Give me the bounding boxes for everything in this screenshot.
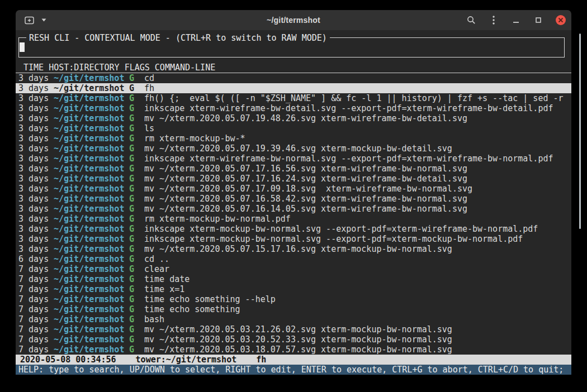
titlebar-right (466, 13, 571, 27)
row-time: 7 days (18, 334, 54, 345)
history-row[interactable]: 7 days~/git/termshotGtime echo something (16, 304, 571, 314)
history-row[interactable]: 3 days~/git/termshotGls (16, 123, 571, 133)
row-directory: ~/git/termshot (54, 224, 129, 234)
history-row[interactable]: 3 days~/git/termshotGfh() {; eval $( ([ … (16, 93, 571, 103)
row-time: 3 days (18, 244, 54, 254)
row-time: 3 days (18, 154, 54, 164)
close-icon (556, 15, 566, 25)
minimize-button[interactable] (510, 13, 522, 27)
row-time: 3 days (18, 224, 54, 234)
history-row[interactable]: 6 days~/git/termshotGcd .. (16, 254, 571, 264)
row-time: 3 days (18, 144, 54, 154)
row-flags: G (129, 304, 144, 314)
row-time: 3 days (18, 83, 54, 93)
history-list: 3 days~/git/termshotGcd3 days~/git/terms… (16, 73, 571, 355)
row-command: rm xterm-mockup-bw-normal.pdf (144, 214, 569, 224)
history-row[interactable]: 3 days~/git/termshotGmv ~/xterm.2020.05.… (16, 184, 571, 194)
help-bar: HELP: type to search, UP/DOWN to select,… (16, 365, 571, 375)
row-command: mv ~/xterm.2020.05.07.19.39.46.svg xterm… (144, 144, 569, 154)
row-flags: G (129, 194, 144, 204)
history-row[interactable]: 3 days~/git/termshotGinkscape xterm-mock… (16, 234, 571, 244)
row-command: fh() {; eval $( ([ -n "$ZSH_NAME" ] && f… (144, 93, 569, 103)
terminal-window: ~/git/termshot (16, 10, 571, 375)
row-flags: G (129, 244, 144, 254)
history-row[interactable]: 3 days~/git/termshotGrm xterm-mockup-bw-… (16, 214, 571, 224)
history-row[interactable]: 3 days~/git/termshotGcd (16, 73, 571, 83)
row-directory: ~/git/termshot (54, 144, 129, 154)
row-directory: ~/git/termshot (54, 304, 129, 314)
tab-dropdown-button[interactable] (40, 13, 47, 27)
history-row[interactable]: 3 days~/git/termshotGfh (16, 83, 571, 93)
row-command: rm xterm-mockup-bw-* (144, 133, 569, 144)
row-flags: G (129, 83, 144, 93)
history-row[interactable]: 7 days~/git/termshotGmv ~/xterm.2020.05.… (16, 345, 571, 355)
history-row[interactable]: 7 days~/git/termshotGtime x=1 (16, 284, 571, 294)
row-time: 3 days (18, 93, 54, 103)
history-row[interactable]: 7 days~/git/termshotGtime echo something… (16, 294, 571, 304)
row-time: 3 days (18, 103, 54, 113)
search-input[interactable]: RESH CLI - CONTEXTUAL MODE - (CTRL+R to … (18, 37, 565, 58)
chevron-down-icon (41, 18, 46, 22)
row-time: 3 days (18, 184, 54, 194)
row-flags: G (129, 214, 144, 224)
row-directory: ~/git/termshot (54, 103, 129, 113)
history-row[interactable]: 3 days~/git/termshotGmv ~/xterm.2020.05.… (16, 164, 571, 174)
row-command: mv ~/xterm.2020.05.07.16.14.05.svg xterm… (144, 204, 569, 214)
new-tab-icon (25, 16, 34, 25)
row-directory: ~/git/termshot (54, 83, 129, 93)
row-command: mv ~/xterm.2020.05.07.16.58.42.svg xterm… (144, 194, 569, 204)
row-flags: G (129, 184, 144, 194)
search-icon (467, 16, 476, 25)
close-button[interactable] (555, 13, 566, 27)
history-row[interactable]: 7 days~/git/termshotGmv ~/xterm.2020.05.… (16, 334, 571, 345)
history-row[interactable]: 3 days~/git/termshotGrm xterm-mockup-bw-… (16, 133, 571, 144)
history-row[interactable]: 3 days~/git/termshotGmv ~/xterm.2020.05.… (16, 144, 571, 154)
row-directory: ~/git/termshot (54, 164, 129, 174)
row-command: mv ~/xterm.2020.05.03.21.26.02.svg xterm… (144, 324, 569, 334)
row-time: 3 days (18, 123, 54, 133)
row-command: time x=1 (144, 284, 569, 294)
history-row[interactable]: 3 days~/git/termshotGmv ~/xterm.2020.05.… (16, 194, 571, 204)
history-row[interactable]: 3 days~/git/termshotGinkscape xterm-wire… (16, 103, 571, 113)
row-command: mv ~/xterm.2020.05.07.15.17.16.svg xterm… (144, 244, 569, 254)
kebab-menu-icon (493, 16, 495, 25)
row-command: time echo something (144, 304, 569, 314)
row-directory: ~/git/termshot (54, 254, 129, 264)
titlebar[interactable]: ~/git/termshot (16, 10, 571, 30)
history-row[interactable]: 3 days~/git/termshotGmv ~/xterm.2020.05.… (16, 113, 571, 123)
row-directory: ~/git/termshot (54, 294, 129, 304)
terminal-screen[interactable]: RESH CLI - CONTEXTUAL MODE - (CTRL+R to … (16, 30, 571, 375)
row-time: 3 days (18, 194, 54, 204)
maximize-button[interactable] (533, 13, 544, 27)
row-directory: ~/git/termshot (54, 123, 129, 133)
row-time: 3 days (18, 164, 54, 174)
history-header: TIME HOST:DIRECTORY FLAGS COMMAND-LINE (16, 63, 571, 73)
row-time: 6 days (18, 254, 54, 264)
history-row[interactable]: 7 days~/git/termshotGtime date (16, 274, 571, 284)
row-directory: ~/git/termshot (54, 154, 129, 164)
row-flags: G (129, 324, 144, 334)
row-flags: G (129, 334, 144, 345)
row-flags: G (129, 274, 144, 284)
row-flags: G (129, 204, 144, 214)
row-directory: ~/git/termshot (54, 113, 129, 123)
history-row[interactable]: 3 days~/git/termshotGmv ~/xterm.2020.05.… (16, 244, 571, 254)
history-row[interactable]: 3 days~/git/termshotGmv ~/xterm.2020.05.… (16, 174, 571, 184)
row-flags: G (129, 133, 144, 144)
status-location: tower:~/git/termshot (136, 355, 237, 365)
row-time: 7 days (18, 345, 54, 355)
search-button[interactable] (466, 13, 477, 27)
new-tab-button[interactable] (23, 13, 35, 27)
history-row[interactable]: 3 days~/git/termshotGmv ~/xterm.2020.05.… (16, 204, 571, 214)
history-row[interactable]: 3 days~/git/termshotGinkscape xterm-wire… (16, 154, 571, 164)
row-flags: G (129, 144, 144, 154)
history-row[interactable]: 7 days~/git/termshotGbash (16, 314, 571, 324)
row-command: inkscape xterm-wireframe-bw-normal.svg -… (144, 154, 569, 164)
menu-button[interactable] (488, 13, 499, 27)
history-row[interactable]: 7 days~/git/termshotGmv ~/xterm.2020.05.… (16, 324, 571, 334)
row-command: mv ~/xterm.2020.05.07.17.16.24.svg xterm… (144, 174, 569, 184)
history-row[interactable]: 3 days~/git/termshotGinkscape xterm-mock… (16, 224, 571, 234)
scrollbar[interactable] (579, 34, 581, 229)
row-command: inkscape xterm-mockup-bw-normal.svg --ex… (144, 234, 569, 244)
history-row[interactable]: 7 days~/git/termshotGclear (16, 264, 571, 274)
